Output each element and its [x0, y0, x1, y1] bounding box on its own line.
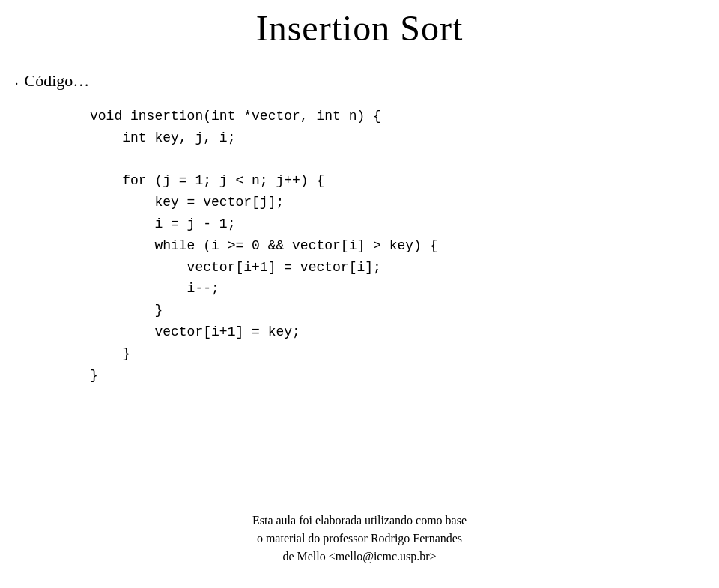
footer-line-2: o material do professor Rodrigo Fernande… [0, 530, 719, 548]
code-line-5: key = vector[j]; [90, 192, 704, 213]
footer-line-1: Esta aula foi elaborada utilizando como … [0, 512, 719, 530]
page-title: Insertion Sort [0, 7, 719, 49]
footer-line-3: de Mello <mello@icmc.usp.br> [0, 548, 719, 566]
code-line-2: int key, j, i; [90, 127, 704, 149]
section-label: Código… [25, 71, 90, 91]
code-line-11: vector[i+1] = key; [90, 321, 704, 343]
code-line-6: i = j - 1; [90, 213, 704, 235]
code-line-10: } [90, 300, 704, 321]
code-block: void insertion(int *vector, int n) { int… [0, 106, 719, 386]
page-container: Insertion Sort . Código… void insertion(… [0, 0, 719, 588]
bullet-section: . Código… [0, 64, 719, 91]
code-line-13: } [90, 365, 704, 387]
bullet-dot: . [15, 73, 19, 88]
code-line-1: void insertion(int *vector, int n) { [90, 106, 704, 127]
code-line-12: } [90, 343, 704, 365]
title-section: Insertion Sort [0, 0, 719, 64]
code-line-7: while (i >= 0 && vector[i] > key) { [90, 235, 704, 257]
code-line-9: i--; [90, 278, 704, 300]
footer: Esta aula foi elaborada utilizando como … [0, 512, 719, 566]
code-line-3 [90, 149, 704, 171]
code-line-4: for (j = 1; j < n; j++) { [90, 170, 704, 192]
code-line-8: vector[i+1] = vector[i]; [90, 257, 704, 279]
